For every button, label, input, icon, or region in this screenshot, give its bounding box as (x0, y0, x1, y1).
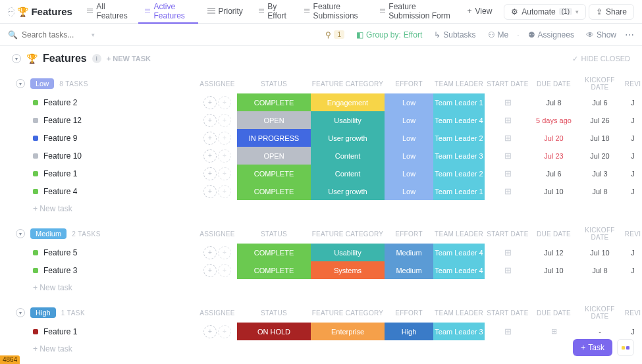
avatar-placeholder[interactable]: + (218, 167, 231, 180)
assignee-cell[interactable]: ++ (198, 96, 237, 109)
leader-tag[interactable]: Team Leader 3 (433, 323, 485, 340)
effort-pill[interactable]: Low (30, 78, 54, 89)
collapse-button[interactable]: ▾ (16, 229, 25, 238)
calendar-icon[interactable]: ⊞ (485, 326, 531, 336)
category-tag[interactable]: Content (311, 165, 385, 182)
calendar-icon[interactable]: ⊞ (485, 265, 531, 275)
kickoff-date[interactable]: Jul 26 (577, 117, 623, 124)
effort-tag[interactable]: Low (385, 165, 433, 182)
assignee-cell[interactable]: ++ (198, 167, 237, 180)
task-name[interactable]: Feature 12 (43, 116, 82, 125)
tab-feature-submission-form[interactable]: Feature Submission Form (373, 0, 458, 24)
tab-priority[interactable]: Priority (201, 0, 250, 24)
calendar-icon[interactable]: ⊞ (485, 169, 531, 178)
avatar-placeholder[interactable]: + (218, 149, 231, 163)
task-name[interactable]: Feature 2 (43, 98, 77, 107)
table-row[interactable]: Feature 1++COMPLETEContentLowTeam Leader… (0, 165, 642, 182)
status-tag[interactable]: COMPLETE (237, 93, 311, 111)
effort-pill[interactable]: High (30, 307, 56, 318)
kickoff-date[interactable]: - (577, 328, 623, 336)
review-date[interactable]: J (623, 170, 642, 178)
table-row[interactable]: Feature 10++OPENContentLowTeam Leader 3⊞… (0, 147, 642, 165)
assignee-cell[interactable]: ++ (198, 149, 237, 163)
search-input-wrap[interactable]: 🔍 ▾ (8, 30, 95, 39)
kickoff-date[interactable]: Jul 8 (577, 267, 623, 274)
effort-tag[interactable]: Low (385, 147, 433, 165)
avatar-placeholder[interactable]: + (203, 96, 217, 109)
avatar-placeholder[interactable]: + (218, 185, 231, 198)
status-tag[interactable]: ON HOLD (237, 323, 311, 340)
status-tag[interactable]: COMPLETE (237, 261, 311, 279)
search-input[interactable] (22, 30, 88, 39)
kickoff-date[interactable]: Jul 20 (577, 152, 623, 160)
calendar-icon[interactable]: ⊞ (485, 186, 531, 196)
share-button[interactable]: ⇪ Share (589, 4, 634, 20)
calendar-icon[interactable]: ⊞ (485, 151, 531, 161)
status-tag[interactable]: COMPLETE (237, 244, 311, 261)
effort-tag[interactable]: Low (385, 129, 433, 147)
due-date[interactable]: 5 days ago (531, 117, 577, 124)
assignee-cell[interactable]: ++ (198, 246, 237, 259)
category-tag[interactable]: Usability (311, 244, 385, 261)
kickoff-date[interactable]: Jul 3 (577, 170, 623, 178)
info-icon[interactable]: i (92, 54, 101, 63)
avatar-placeholder[interactable]: + (203, 149, 217, 163)
effort-tag[interactable]: Medium (385, 261, 433, 279)
table-row[interactable]: Feature 4++COMPLETEUser growthLowTeam Le… (0, 182, 642, 200)
subtasks-button[interactable]: ↳ Subtasks (431, 29, 479, 41)
category-tag[interactable]: User growth (311, 129, 385, 147)
status-tag[interactable]: OPEN (237, 147, 311, 165)
assignee-cell[interactable]: ++ (198, 185, 237, 198)
avatar-placeholder[interactable]: + (203, 246, 217, 259)
avatar-placeholder[interactable]: + (203, 167, 217, 180)
new-task-row[interactable]: + New task (0, 200, 642, 217)
table-row[interactable]: Feature 12++OPENUsabilityLowTeam Leader … (0, 111, 642, 129)
new-task-link[interactable]: + NEW TASK (107, 55, 151, 63)
avatar-placeholder[interactable]: + (218, 325, 231, 338)
due-date[interactable]: Jul 10 (531, 188, 577, 195)
chevron-down-icon[interactable]: ▾ (92, 32, 95, 38)
task-name[interactable]: Feature 1 (43, 169, 77, 178)
assignee-cell[interactable]: ++ (198, 325, 237, 338)
leader-tag[interactable]: Team Leader 4 (433, 244, 485, 261)
task-name[interactable]: Feature 1 (43, 327, 77, 336)
category-tag[interactable]: Engagement (311, 93, 385, 111)
table-row[interactable]: Feature 1++ON HOLDEnterpriseHighTeam Lea… (0, 323, 642, 340)
status-tag[interactable]: IN PROGRESS (237, 129, 311, 147)
collapse-button[interactable]: ▾ (16, 308, 25, 317)
apps-fab-button[interactable] (617, 339, 634, 356)
assignee-cell[interactable]: ++ (198, 132, 237, 145)
tab-by-effort[interactable]: By Effort (252, 0, 295, 24)
review-date[interactable]: J (623, 134, 642, 142)
effort-tag[interactable]: High (385, 323, 433, 340)
assignees-button[interactable]: ⚉ Assignees (525, 29, 577, 41)
due-date[interactable]: Jul 10 (531, 267, 577, 274)
task-fab-button[interactable]: + Task (573, 339, 612, 356)
leader-tag[interactable]: Team Leader 2 (433, 165, 485, 182)
assignee-cell[interactable]: ++ (198, 264, 237, 277)
more-icon[interactable]: ⋯ (625, 30, 634, 40)
calendar-icon[interactable]: ⊞ (485, 115, 531, 125)
due-date[interactable]: Jul 6 (531, 170, 577, 178)
review-date[interactable]: J (623, 99, 642, 107)
tab-active-features[interactable]: Active Features (138, 0, 198, 24)
avatar-placeholder[interactable]: + (218, 264, 231, 277)
leader-tag[interactable]: Team Leader 1 (433, 93, 485, 111)
review-date[interactable]: J (623, 249, 642, 257)
tab-feature-submissions[interactable]: Feature Submissions (298, 0, 371, 24)
kickoff-date[interactable]: Jul 6 (577, 99, 623, 107)
effort-tag[interactable]: Low (385, 111, 433, 129)
automate-button[interactable]: ⚙ Automate (1) ▾ (504, 4, 586, 20)
due-date[interactable]: Jul 8 (531, 99, 577, 107)
avatar-placeholder[interactable]: + (218, 96, 231, 109)
category-tag[interactable]: Systems (311, 261, 385, 279)
review-date[interactable]: J (623, 188, 642, 195)
table-row[interactable]: Feature 9++IN PROGRESSUser growthLowTeam… (0, 129, 642, 147)
due-date[interactable]: Jul 23 (531, 152, 577, 160)
list-settings-icon[interactable]: ⋯ (8, 7, 14, 16)
category-tag[interactable]: Usability (311, 111, 385, 129)
effort-tag[interactable]: Low (385, 182, 433, 200)
effort-pill[interactable]: Medium (30, 228, 67, 239)
leader-tag[interactable]: Team Leader 3 (433, 147, 485, 165)
kickoff-date[interactable]: Jul 8 (577, 188, 623, 195)
